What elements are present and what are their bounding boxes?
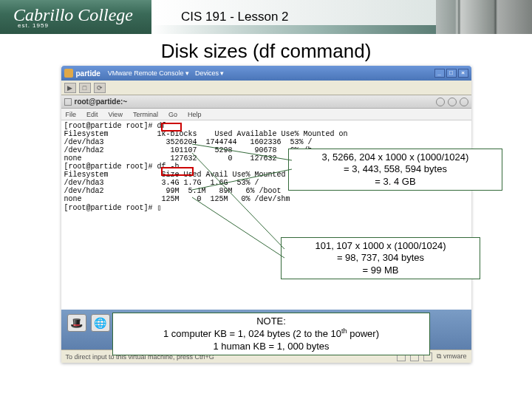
highlight-df-h (161, 167, 194, 176)
callout-calc-1-line3: = 3. 4 GB (295, 176, 496, 188)
callout-calc-2-line2: = 98, 737, 304 bytes (287, 252, 474, 264)
vm-menu-console[interactable]: VMware Remote Console ▾ (108, 69, 189, 77)
vm-menu: VMware Remote Console ▾ Devices ▾ (108, 69, 225, 77)
console-min-icon[interactable] (436, 98, 445, 106)
callout-calc-2: 101, 107 x 1000 x (1000/1024) = 98, 737,… (281, 237, 480, 279)
menu-help[interactable]: Help (188, 111, 202, 118)
vm-toolbar: ▶ □ ⟳ (61, 81, 471, 95)
college-logo: Cabrillo College est. 1959 (0, 0, 151, 34)
vm-menu-devices[interactable]: Devices ▾ (195, 69, 225, 77)
menu-file[interactable]: File (66, 111, 77, 118)
console-close-icon[interactable] (460, 98, 468, 106)
lesson-title-area: CIS 191 - Lesson 2 (151, 0, 436, 34)
menu-terminal[interactable]: Terminal (133, 111, 158, 118)
console-icon (64, 98, 72, 106)
taskbar-redhat-icon[interactable]: 🎩 (67, 314, 86, 332)
maximize-button[interactable]: □ (446, 69, 457, 78)
minimize-button[interactable]: _ (434, 69, 445, 78)
logo-subtext: est. 1959 (18, 22, 151, 29)
header-band: Cabrillo College est. 1959 CIS 191 - Les… (0, 0, 532, 34)
toolbar-stop-icon[interactable]: □ (79, 83, 91, 93)
toolbar-play-icon[interactable]: ▶ (64, 83, 76, 93)
callout-note: NOTE: 1 computer KB = 1, 024 bytes (2 to… (112, 313, 430, 355)
toolbar-reset-icon[interactable]: ⟳ (94, 83, 106, 93)
slide-subtitle: Disk sizes (df command) (0, 40, 532, 63)
logo-text: Cabrillo College (13, 6, 151, 24)
callout-calc-1: 3, 5266, 204 x 1000 x (1000/1024) = 3, 4… (288, 149, 502, 191)
close-button[interactable]: × (458, 69, 468, 78)
console-max-icon[interactable] (448, 98, 457, 106)
statusbar-brand: ⧉ vmware (437, 352, 466, 361)
vm-title: partide (76, 69, 100, 78)
callout-calc-1-line1: 3, 5266, 204 x 1000 x (1000/1024) (295, 151, 496, 163)
menu-edit[interactable]: Edit (86, 111, 98, 118)
console-titlebar: root@partide:~ (61, 95, 471, 109)
callout-note-title: NOTE: (119, 316, 423, 327)
taskbar-browser-icon[interactable]: 🌐 (91, 314, 110, 332)
callout-calc-1-line2: = 3, 443, 558, 594 bytes (295, 163, 496, 175)
highlight-df (161, 123, 182, 132)
callout-calc-2-line1: 101, 107 x 1000 x (1000/1024) (287, 240, 474, 252)
lesson-title: CIS 191 - Lesson 2 (181, 10, 289, 24)
vm-window-controls: _ □ × (434, 69, 468, 78)
vm-titlebar: partide VMware Remote Console ▾ Devices … (61, 66, 471, 81)
callout-note-line3: 1 human KB = 1, 000 bytes (119, 341, 423, 352)
header-photo (436, 0, 532, 34)
menu-view[interactable]: View (109, 111, 123, 118)
callout-note-line2: 1 computer KB = 1, 024 bytes (2 to the 1… (119, 327, 423, 341)
vm-app-icon (64, 69, 73, 78)
menu-go[interactable]: Go (168, 111, 177, 118)
console-title: root@partide:~ (75, 98, 128, 106)
callout-calc-2-line3: = 99 MB (287, 265, 474, 276)
console-menubar: File Edit View Terminal Go Help (61, 109, 471, 120)
console-window-controls (436, 98, 468, 106)
